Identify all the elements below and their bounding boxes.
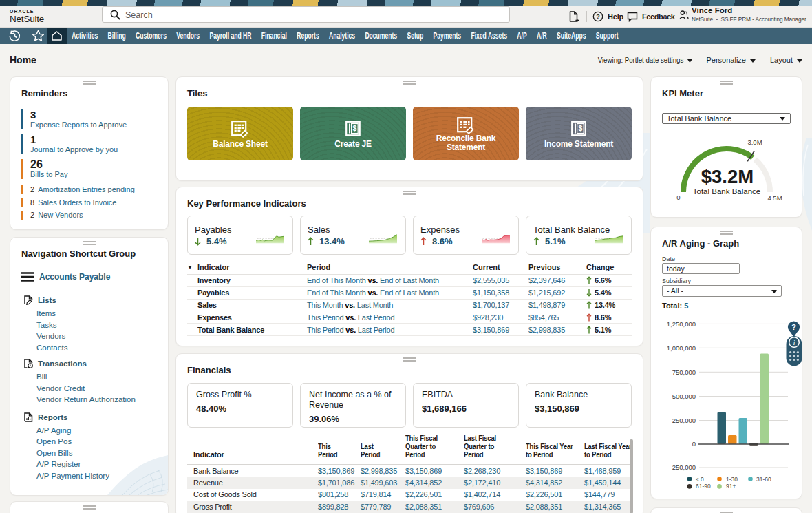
- svg-text:1,000,000: 1,000,000: [667, 344, 696, 352]
- svg-text:0: 0: [676, 193, 680, 201]
- svg-text:Total Bank Balance: Total Bank Balance: [693, 187, 760, 196]
- svg-text:i: i: [793, 338, 795, 346]
- svg-text:3.0M: 3.0M: [747, 138, 762, 146]
- svg-text:≤ 0: ≤ 0: [696, 476, 704, 483]
- svg-text:31-60: 31-60: [756, 476, 771, 483]
- svg-text:500,000: 500,000: [672, 392, 696, 400]
- svg-text:4.5M: 4.5M: [767, 194, 782, 202]
- svg-text:750,000: 750,000: [672, 368, 696, 376]
- svg-text:$: $: [353, 124, 357, 132]
- svg-text:$3.2M: $3.2M: [701, 166, 754, 187]
- svg-text:91+: 91+: [726, 483, 736, 490]
- svg-text:0: 0: [692, 440, 696, 448]
- svg-text:1-30: 1-30: [726, 476, 738, 483]
- svg-text:61-90: 61-90: [696, 483, 711, 490]
- svg-text:250,000: 250,000: [672, 417, 696, 424]
- svg-text:?: ?: [596, 13, 599, 20]
- svg-text:-250,000: -250,000: [670, 463, 696, 471]
- svg-text:?: ?: [791, 323, 796, 331]
- svg-text:1,250,000: 1,250,000: [667, 320, 696, 328]
- svg-text:$: $: [579, 124, 583, 132]
